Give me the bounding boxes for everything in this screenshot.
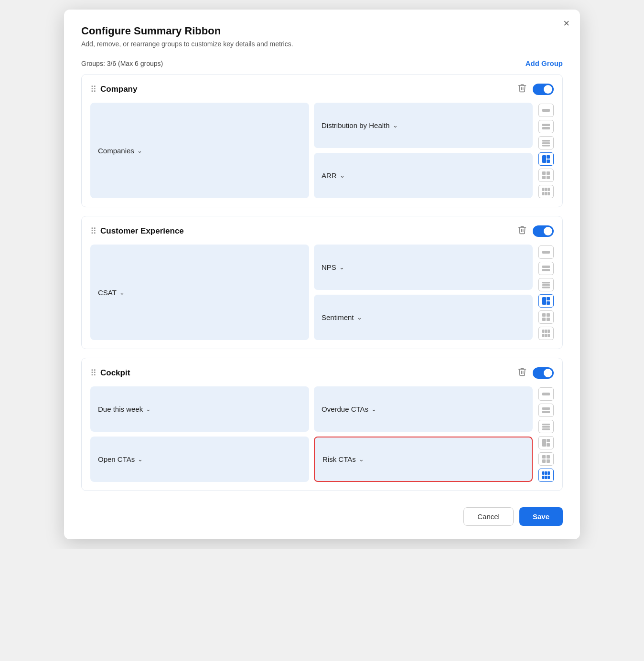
cell-dropdown-nps[interactable]: ⌄: [339, 264, 344, 271]
toggle-slider-customer-experience: [533, 225, 554, 237]
layout-icons-customer-experience: [538, 245, 554, 340]
layout-icon-5-cx[interactable]: [538, 310, 554, 324]
svg-rect-4: [542, 142, 550, 144]
layout-icon-2-cockpit[interactable]: [538, 404, 554, 417]
group-card-cockpit: ⠿ Cockpit Due this week ⌄ Overdue CTAs ⌄: [81, 358, 563, 491]
delete-group-cockpit[interactable]: [517, 367, 527, 379]
layout-icon-3-company[interactable]: [538, 136, 554, 149]
cell-label-open-ctas: Open CTAs: [98, 455, 135, 463]
cell-label-nps: NPS: [322, 263, 336, 271]
toggle-slider-cockpit: [533, 367, 554, 379]
layout-icon-1-company[interactable]: [538, 104, 554, 117]
svg-rect-9: [542, 171, 546, 175]
cell-nps[interactable]: NPS ⌄: [314, 245, 533, 290]
grid-area-customer-experience: CSAT ⌄ NPS ⌄ Sentiment ⌄: [90, 245, 554, 340]
layout-icon-6-company[interactable]: [538, 185, 554, 198]
drag-handle-company[interactable]: ⠿: [90, 84, 96, 95]
layout-icon-4-company[interactable]: [538, 152, 554, 166]
layout-2-cx-icon: [541, 264, 551, 273]
cell-due-this-week[interactable]: Due this week ⌄: [90, 386, 309, 432]
layout-icon-5-cockpit[interactable]: [538, 452, 554, 466]
svg-rect-24: [542, 287, 550, 288]
layout-icon-3-cx[interactable]: [538, 278, 554, 291]
cell-dropdown-csat[interactable]: ⌄: [119, 289, 125, 296]
layout-icon-6-cockpit[interactable]: [538, 469, 554, 482]
svg-rect-49: [542, 459, 546, 463]
svg-rect-54: [542, 476, 545, 479]
svg-rect-37: [547, 334, 550, 337]
cell-dropdown-companies[interactable]: ⌄: [137, 147, 142, 154]
layout-icon-4-cockpit[interactable]: [538, 436, 554, 449]
cell-dropdown-sentiment[interactable]: ⌄: [357, 314, 362, 321]
svg-rect-6: [542, 155, 546, 163]
configure-summary-ribbon-modal: × Configure Summary Ribbon Add, remove, …: [64, 10, 580, 539]
svg-rect-47: [542, 455, 546, 458]
layout-6-icon: [541, 187, 551, 196]
grid-area-company: Companies ⌄ Distribution by Health ⌄ ARR…: [90, 103, 554, 198]
svg-rect-32: [542, 330, 545, 333]
group-card-header-customer-experience: ⠿ Customer Experience: [90, 225, 554, 237]
cell-dropdown-open-ctas[interactable]: ⌄: [138, 456, 143, 463]
cell-companies[interactable]: Companies ⌄: [90, 103, 309, 198]
cell-dropdown-overdue-ctas[interactable]: ⌄: [371, 405, 376, 413]
add-group-button[interactable]: Add Group: [526, 59, 563, 67]
cell-dropdown-risk-ctas[interactable]: ⌄: [359, 456, 364, 463]
layout-icons-company: [538, 103, 554, 198]
svg-rect-10: [547, 171, 550, 175]
cell-label-distribution-health: Distribution by Health: [322, 121, 390, 129]
delete-group-company[interactable]: [517, 83, 527, 95]
svg-rect-43: [542, 428, 550, 430]
layout-1-icon: [541, 106, 551, 115]
cancel-button[interactable]: Cancel: [463, 507, 514, 526]
cell-arr[interactable]: ARR ⌄: [314, 153, 533, 198]
cell-dropdown-arr[interactable]: ⌄: [340, 172, 345, 179]
close-button[interactable]: ×: [563, 18, 569, 29]
cell-dropdown-distribution-health[interactable]: ⌄: [393, 122, 398, 129]
svg-rect-21: [542, 269, 550, 271]
modal-footer: Cancel Save: [81, 500, 563, 526]
cell-overdue-ctas[interactable]: Overdue CTAs ⌄: [314, 386, 533, 432]
toggle-customer-experience[interactable]: [533, 225, 554, 237]
toggle-company[interactable]: [533, 84, 554, 95]
groups-header: Groups: 3/6 (Max 6 groups) Add Group: [81, 59, 563, 67]
svg-rect-22: [542, 282, 550, 284]
svg-rect-17: [545, 192, 547, 195]
delete-group-customer-experience[interactable]: [517, 225, 527, 237]
cell-distribution-health[interactable]: Distribution by Health ⌄: [314, 103, 533, 148]
layout-5-cx-icon: [541, 312, 551, 322]
svg-rect-16: [542, 192, 545, 195]
grid-area-cockpit: Due this week ⌄ Overdue CTAs ⌄ Open CTAs…: [90, 386, 554, 482]
cell-label-sentiment: Sentiment: [322, 313, 354, 321]
cell-dropdown-due-this-week[interactable]: ⌄: [146, 405, 151, 413]
layout-2-icon: [541, 122, 551, 131]
layout-icon-2-cx[interactable]: [538, 262, 554, 275]
cell-csat[interactable]: CSAT ⌄: [90, 245, 309, 340]
toggle-slider-company: [533, 84, 554, 95]
toggle-cockpit[interactable]: [533, 367, 554, 379]
drag-handle-customer-experience[interactable]: ⠿: [90, 226, 96, 236]
save-button[interactable]: Save: [519, 507, 563, 526]
layout-icon-6-cx[interactable]: [538, 327, 554, 340]
layout-icon-2-company[interactable]: [538, 120, 554, 133]
layout-4-cockpit-icon: [541, 438, 551, 448]
cell-open-ctas[interactable]: Open CTAs ⌄: [90, 437, 309, 482]
group-card-header-company: ⠿ Company: [90, 83, 554, 95]
svg-rect-1: [542, 124, 550, 126]
svg-rect-12: [547, 176, 550, 179]
cell-sentiment[interactable]: Sentiment ⌄: [314, 295, 533, 340]
svg-rect-50: [547, 459, 550, 463]
trash-icon-cockpit: [517, 367, 527, 376]
group-title-customer-experience: Customer Experience: [100, 226, 517, 236]
layout-icon-4-cx[interactable]: [538, 294, 554, 308]
layout-icon-1-cx[interactable]: [538, 245, 554, 259]
grid-cells-company: Companies ⌄ Distribution by Health ⌄ ARR…: [90, 103, 533, 198]
cell-label-companies: Companies: [98, 147, 134, 155]
layout-icon-1-cockpit[interactable]: [538, 387, 554, 401]
cell-risk-ctas[interactable]: Risk CTAs ⌄: [314, 437, 533, 482]
svg-rect-11: [542, 176, 546, 179]
drag-handle-cockpit[interactable]: ⠿: [90, 368, 96, 378]
svg-rect-35: [542, 334, 545, 337]
layout-icon-5-company[interactable]: [538, 169, 554, 182]
layout-icon-3-cockpit[interactable]: [538, 420, 554, 433]
cell-label-csat: CSAT: [98, 288, 117, 297]
